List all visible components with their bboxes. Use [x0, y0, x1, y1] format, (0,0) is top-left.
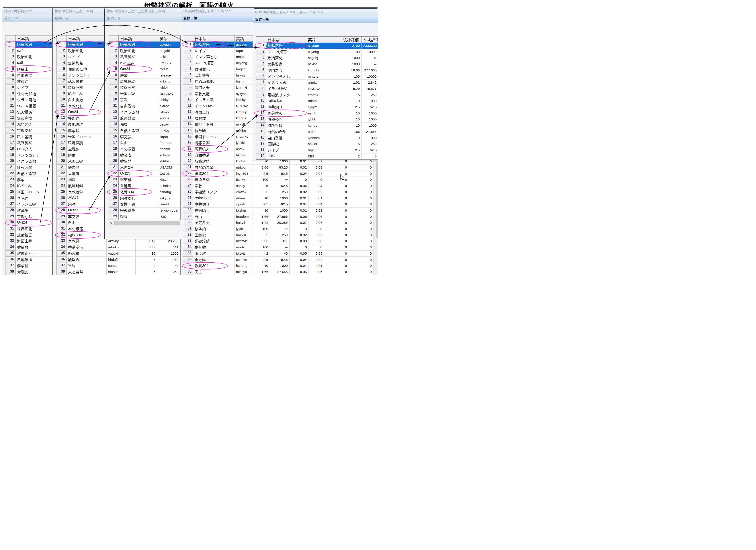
table-row[interactable]: 27イランUAV	[6, 201, 55, 207]
table-row[interactable]: 20イスラム教	[6, 158, 55, 164]
table-row[interactable]: 26李克強	[6, 195, 55, 201]
table-row[interactable]: 35衝突核kksytt2400.050.0500	[183, 250, 374, 257]
table-row[interactable]: 4ux8	[6, 60, 55, 66]
table-row[interactable]: 9住めぬ低地	[6, 91, 55, 97]
table-row[interactable]: 10ウラン電池	[6, 97, 55, 103]
table-row[interactable]: 37冒涜curse240	[57, 263, 180, 269]
table-row[interactable]: 13航路封鎖kurfus	[109, 115, 180, 121]
table-row[interactable]: 24ISIS生み	[6, 183, 55, 189]
table-row[interactable]: 6解放release	[109, 72, 180, 79]
table-row[interactable]: 34香港空港arhnkn3.33111	[57, 244, 180, 250]
table-row[interactable]: 19メンツ落とし	[6, 152, 55, 158]
table-row[interactable]: 5阿蘇山	[6, 66, 55, 72]
column-header[interactable]	[57, 35, 66, 42]
table-row[interactable]: 6自由香港	[6, 72, 55, 79]
column-header[interactable]: 統計評価	[341, 37, 362, 43]
table-row[interactable]: 36香港餌eshnkn2.562.50.040.0400	[183, 257, 374, 263]
column-header[interactable]	[109, 35, 119, 42]
table-row[interactable]: 16民主基礎	[6, 134, 55, 140]
table-row[interactable]: 32国際犯hnkksi52500.020.0200	[183, 232, 374, 238]
table-row[interactable]: 5Oct24Oct 24	[109, 66, 180, 72]
table-row[interactable]: 1阿蘇溶岩asyugn210023333.333	[256, 43, 378, 49]
table-row[interactable]: 1阿蘇溶岩asyugn	[109, 42, 180, 48]
table-row[interactable]: 18USA介入	[6, 146, 55, 152]
table-row[interactable]: 26retire Lamrtrlam1010000.010.0100	[183, 195, 374, 201]
table-row[interactable]: 27中共釣りcykytr2.562.50.040.0400	[183, 201, 374, 207]
table-row[interactable]: 33証拠爆破bkhsyk3.331110.030.0300	[183, 238, 374, 244]
table-row[interactable]: 30予定変更hnkyti1.4220.2850.070.0700	[183, 220, 374, 226]
column-header[interactable]	[183, 35, 193, 42]
window-titlebar[interactable]: 検索[伊勢神宮＿台風１９号＿台風２１号.sea]	[253, 9, 378, 16]
table-row[interactable]: 12SEC爆破	[6, 109, 55, 115]
table-row[interactable]: 22自然の希望	[6, 171, 55, 177]
table-row[interactable]: 33宗教悪aksyky1.4220.285	[57, 238, 180, 244]
table-row[interactable]: 19ISISISIS240	[256, 153, 378, 160]
table-row[interactable]: 24香港餌eshnkn	[109, 183, 180, 189]
column-header[interactable]: 日本語	[193, 35, 234, 42]
column-header[interactable]: 日本語	[119, 35, 158, 42]
table-row[interactable]: 16自由香港jyhhnkn101000	[256, 135, 378, 141]
table-row[interactable]: 14航路封鎖kurfus101000	[256, 123, 378, 129]
table-row[interactable]: 14鴻門之会	[6, 121, 55, 128]
table-row[interactable]: 3武装警察bskist	[109, 54, 180, 60]
table-row[interactable]: 15自然の希望ntrkbu1.6627.666	[256, 129, 378, 135]
scroll-left-button[interactable]: <	[109, 220, 113, 226]
column-header[interactable]: 平均評価	[362, 37, 378, 43]
table-row[interactable]: 7イスラム教islmky1.622.842	[256, 80, 378, 86]
table-row[interactable]: 25G N拒否nkyhhg10010000	[256, 49, 378, 55]
table-row[interactable]: 2ux7	[6, 48, 55, 54]
window-titlebar[interactable]: 検索 [伊勢神宮.sea]	[2, 8, 55, 15]
table-row[interactable]: 38金融犯	[6, 269, 55, 275]
column-header[interactable]: 日本語	[266, 37, 306, 43]
table-row[interactable]: 36農地破壊	[6, 257, 55, 263]
table-row[interactable]: 7核条約	[6, 78, 55, 85]
table-row[interactable]: 13情報公開jyhkki101000	[256, 116, 378, 123]
table-row[interactable]: 32放射被害	[6, 232, 55, 238]
column-header[interactable]: 英語	[158, 35, 180, 42]
table-row[interactable]: 8イランUAVRGUAV5.2975.571	[256, 86, 378, 92]
window-titlebar[interactable]: 検索[伊勢神宮＿徳仁＿阿蘇山噴火.sea]	[105, 8, 181, 15]
table-row[interactable]: 23衝突核kksytt	[109, 177, 180, 183]
table-row[interactable]: 34嘘解放	[6, 244, 55, 250]
table-row[interactable]: 30Oct24	[6, 220, 55, 226]
table-row[interactable]: 23解放	[6, 177, 55, 183]
table-row[interactable]: 12阿蘇噴火asfnk101000	[256, 110, 378, 117]
column-header[interactable]: 英語	[234, 35, 252, 42]
table-row[interactable]: 1阿蘇溶岩	[6, 42, 55, 48]
table-row[interactable]: 6メンツ落としmntots10010000	[256, 74, 378, 80]
table-row[interactable]: 21米国CMUSACM	[109, 164, 180, 171]
column-header[interactable]	[6, 35, 16, 42]
column-header[interactable]: 英語	[306, 37, 341, 43]
table-row[interactable]: 9電磁波リスクemfrsk5250	[256, 92, 378, 98]
table-row[interactable]: 8情報公開jyhkki	[109, 85, 180, 91]
table-row[interactable]: 28被害隠しkkshgi1010000.010.0100	[183, 207, 374, 214]
table-row[interactable]: 8レイプ	[6, 85, 55, 91]
table-row[interactable]: 3政治変化hngshj1000∞	[256, 55, 378, 61]
column-header[interactable]: 日本語	[16, 35, 55, 42]
table-row[interactable]: 28核戦争	[6, 207, 55, 214]
table-row[interactable]: 7環境保護knkyhg	[109, 78, 180, 85]
table-row[interactable]: 28宗教紛争religion quarrel	[109, 207, 180, 214]
table-row[interactable]: 11自由香港hkfree	[109, 103, 180, 109]
table-row[interactable]: 20嘘告発kkhtus	[109, 158, 180, 164]
table-row[interactable]: 22連雲304lnyn3042.562.50.040.0400	[183, 171, 374, 177]
table-row[interactable]: 21情報公開	[6, 164, 55, 171]
table-row[interactable]: 13無策利益	[6, 115, 55, 121]
table-row[interactable]: 34携帯嘘uskiti100∞0000	[183, 244, 374, 250]
table-row[interactable]: 4ISIS生みumISIS	[109, 60, 180, 66]
column-header[interactable]	[256, 37, 266, 43]
table-row[interactable]: 25米国ドローン	[6, 189, 55, 195]
table-row[interactable]: 19嘘公表kuhyus	[109, 152, 180, 158]
table-row[interactable]: 37解放嘘	[6, 263, 55, 269]
table-row[interactable]: 4武装警察bskist1000∞	[256, 61, 378, 67]
table-row[interactable]: 18本の暴露hnnbkr	[109, 146, 180, 152]
table-row[interactable]: 17自由freedom	[109, 140, 180, 146]
table-row[interactable]: 25電磁波リスクemfrsk52500.020.0200	[183, 189, 374, 195]
table-row[interactable]: 24宗教shhky2.562.50.040.0400	[183, 183, 374, 189]
table-row[interactable]: 5鴻門之会kmnnki16.66277.666	[256, 67, 378, 74]
table-row[interactable]: 29自由freedom1.6627.6660.060.0600	[183, 214, 374, 220]
table-row[interactable]: 18レイプrape2.562.5	[256, 147, 378, 153]
table-row[interactable]: 23普通選挙ftsnky100∞0000	[183, 177, 374, 183]
horizontal-scrollbar[interactable]: <	[109, 220, 180, 226]
scrollbar-thumb[interactable]	[114, 221, 180, 225]
